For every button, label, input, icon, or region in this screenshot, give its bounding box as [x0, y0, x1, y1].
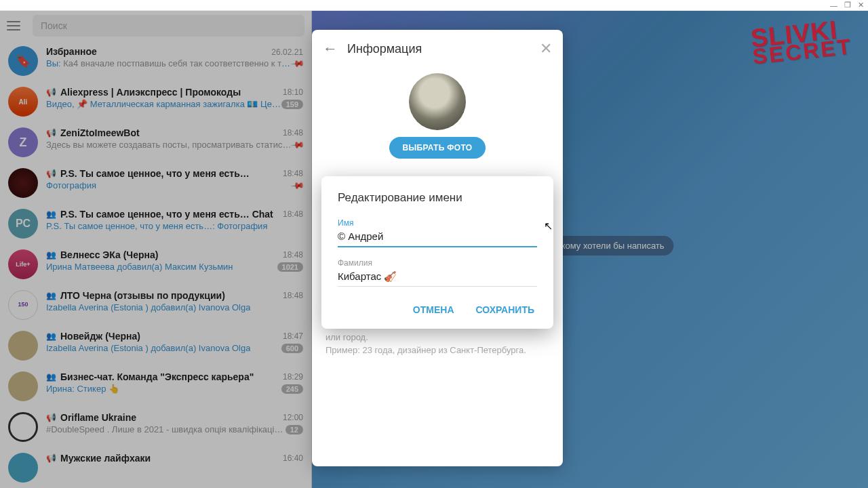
name-label: Имя	[338, 218, 537, 228]
surname-label: Фамилия	[338, 258, 537, 268]
avatar[interactable]	[409, 73, 466, 130]
window-close[interactable]: ✕	[858, 1, 864, 9]
back-icon[interactable]: ←	[323, 40, 338, 58]
save-button[interactable]: СОХРАНИТЬ	[473, 300, 537, 319]
info-title: Информация	[347, 42, 530, 56]
edit-name-modal: Редактирование имени Имя Фамилия ОТМЕНА …	[321, 176, 553, 329]
window-titlebar: — ❐ ✕	[0, 0, 868, 11]
modal-title: Редактирование имени	[338, 191, 537, 205]
close-icon[interactable]: ✕	[540, 40, 552, 58]
cancel-button[interactable]: ОТМЕНА	[410, 300, 457, 319]
choose-photo-button[interactable]: ВЫБРАТЬ ФОТО	[389, 137, 486, 159]
window-max[interactable]: ❐	[844, 1, 851, 9]
surname-input[interactable]	[338, 268, 537, 287]
window-min[interactable]: —	[830, 1, 837, 9]
name-input[interactable]	[338, 228, 537, 247]
